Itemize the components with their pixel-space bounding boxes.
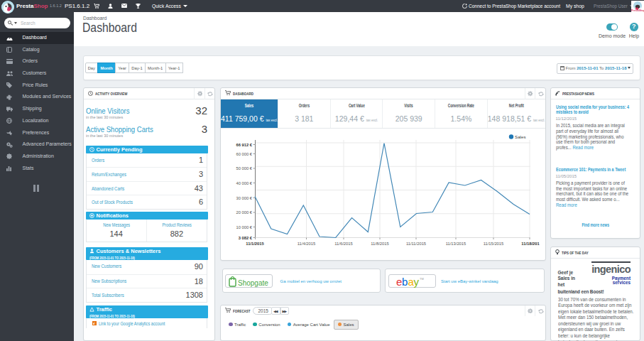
svg-text:b: b (402, 275, 408, 287)
svg-text:11/18/201: 11/18/201 (521, 241, 540, 245)
svg-text:Sales: Sales (515, 134, 525, 139)
svg-text:Shopgate: Shopgate (238, 278, 268, 286)
svg-text:11/6/2015: 11/6/2015 (334, 241, 352, 245)
svg-text:3 082 €: 3 082 € (239, 235, 253, 239)
svg-text:11/15/2015: 11/15/2015 (484, 241, 504, 245)
svg-text:y: y (413, 275, 419, 287)
svg-text:10 000 €: 10 000 € (236, 224, 252, 229)
svg-text:TM: TM (420, 277, 424, 281)
svg-text:66 912 €: 66 912 € (236, 142, 252, 146)
svg-text:60 000 €: 60 000 € (236, 151, 252, 156)
svg-text:11/4/2015: 11/4/2015 (298, 241, 315, 245)
svg-text:20 000 €: 20 000 € (236, 210, 252, 215)
svg-text:11/11/2015: 11/11/2015 (406, 241, 426, 245)
svg-text:50 000 €: 50 000 € (236, 166, 252, 170)
svg-text:30 000 €: 30 000 € (236, 195, 252, 200)
svg-text:11/8/2015: 11/8/2015 (371, 241, 388, 245)
svg-text:40 000 €: 40 000 € (236, 180, 252, 185)
svg-text:11/13/2015: 11/13/2015 (446, 241, 466, 245)
svg-text:11/1/2015: 11/1/2015 (246, 241, 264, 245)
